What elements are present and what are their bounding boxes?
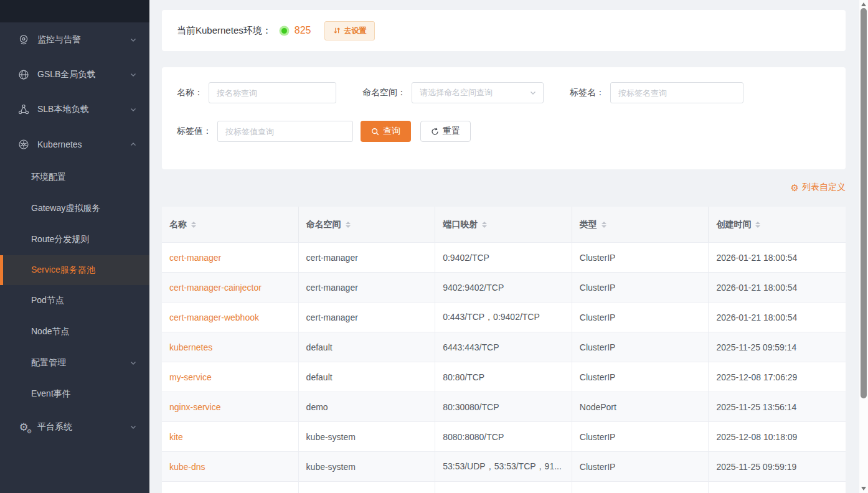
namespace-filter-field: 命名空间： 请选择命名空间查询 — [362, 82, 544, 103]
type-cell: ClusterIP — [572, 273, 709, 302]
chevron-down-icon — [130, 423, 137, 431]
namespace-select[interactable]: 请选择命名空间查询 — [412, 82, 544, 103]
service-name-link[interactable]: nginx-service — [169, 402, 220, 412]
chevron-down-icon — [130, 106, 137, 113]
service-name-link[interactable]: kube-dns — [169, 462, 205, 472]
label-name-filter-input[interactable] — [610, 82, 743, 103]
sidebar-item-kubernetes[interactable]: Kubernetes — [0, 127, 149, 162]
sidebar-item-label: GSLB全局负载 — [37, 69, 95, 80]
filter-row-2: 标签值： 查询 — [177, 121, 831, 142]
sidebar-header — [0, 0, 149, 22]
ports-cell: 6443:443/TCP — [435, 332, 572, 362]
gear-icon: ⚙⚙ — [17, 421, 30, 433]
namespace-cell: cert-manager — [299, 303, 436, 332]
column-header-namespace[interactable]: 命名空间 — [299, 207, 436, 242]
gear-icon: ⚙ — [791, 183, 799, 192]
label-value-filter-input[interactable] — [217, 121, 353, 142]
column-header-name[interactable]: 名称 — [162, 207, 299, 242]
sidebar-item-events[interactable]: Event事件 — [0, 378, 149, 410]
sidebar-item-label: Route分发规则 — [31, 234, 89, 245]
env-banner-label: 当前Kubernetes环境： — [177, 25, 271, 37]
sort-carets-icon — [755, 222, 760, 228]
created-cell: 2026-01-21 18:00:54 — [709, 303, 846, 332]
column-header-type[interactable]: 类型 — [572, 207, 709, 242]
kubernetes-icon — [17, 138, 30, 151]
services-table: 名称 命名空间 端口映射 类型 创建时间 — [162, 207, 846, 493]
sidebar-item-label: Gateway虚拟服务 — [31, 203, 100, 214]
sidebar-item-config-management[interactable]: 配置管理 — [0, 347, 149, 378]
go-settings-button[interactable]: 去设置 — [324, 21, 375, 40]
type-cell: ClusterIP — [572, 362, 709, 392]
refresh-icon — [431, 128, 439, 136]
sidebar-item-pod-nodes[interactable]: Pod节点 — [0, 285, 149, 316]
label-value-filter-field: 标签值： — [177, 121, 353, 142]
ports-cell: 9402:9402/TCP — [435, 273, 572, 302]
namespace-cell: kube-system — [299, 452, 436, 481]
column-header-label: 端口映射 — [443, 219, 478, 230]
chevron-down-icon — [130, 36, 137, 44]
chevron-down-icon — [130, 359, 137, 367]
sidebar-item-platform-system[interactable]: ⚙⚙ 平台系统 — [0, 410, 149, 444]
sort-carets-icon — [346, 222, 351, 228]
service-name-link[interactable]: kubernetes — [169, 342, 212, 352]
swap-vertical-icon — [333, 27, 341, 34]
namespace-cell: default — [299, 362, 436, 392]
table-row: nginx-service demo 80:30080/TCP NodePort… — [162, 392, 846, 421]
search-button[interactable]: 查询 — [361, 121, 411, 142]
sort-carets-icon — [191, 222, 196, 228]
sidebar-item-monitoring-alerts[interactable]: 监控与告警 — [0, 22, 149, 57]
filter-panel: 名称： 命名空间： 请选择命名空间查询 标签名： — [162, 67, 846, 169]
created-cell: 2025-11-25 09:59:14 — [709, 332, 846, 362]
reset-button[interactable]: 重置 — [420, 121, 471, 142]
sidebar-item-label: SLB本地负载 — [37, 104, 88, 115]
table-row: cert-manager-cainjector cert-manager 940… — [162, 272, 846, 302]
name-filter-label: 名称： — [177, 87, 203, 98]
search-icon — [371, 128, 379, 136]
table-row: my-service default 80:80/TCP ClusterIP 2… — [162, 362, 846, 392]
table-header-row: 名称 命名空间 端口映射 类型 创建时间 — [162, 207, 846, 242]
namespace-cell: demo — [299, 392, 436, 421]
scrollbar-up-arrow[interactable] — [859, 1, 868, 8]
created-cell: 2025-11-25 09:59:19 — [709, 452, 846, 481]
namespace-select-placeholder: 请选择命名空间查询 — [420, 87, 493, 98]
sort-carets-icon — [482, 222, 487, 228]
column-header-ports[interactable]: 端口映射 — [435, 207, 572, 242]
service-name-link[interactable]: cert-manager-webhook — [169, 312, 259, 322]
filter-row-1: 名称： 命名空间： 请选择命名空间查询 标签名： — [177, 82, 831, 103]
list-customize-link[interactable]: ⚙ 列表自定义 — [791, 182, 846, 193]
column-header-label: 名称 — [169, 219, 187, 230]
created-cell: 2026-01-21 18:00:54 — [709, 243, 846, 272]
ports-cell: 53:53/UDP，53:53/TCP，91... — [435, 452, 572, 481]
main-content: 当前Kubernetes环境： 825 去设置 名称： — [149, 0, 859, 493]
sort-carets-icon — [601, 222, 606, 228]
sidebar-item-label: Service服务器池 — [31, 265, 95, 276]
ports-cell: 0:9402/TCP — [435, 243, 572, 272]
name-filter-input[interactable] — [209, 82, 336, 103]
sidebar-item-service-pool[interactable]: Service服务器池 — [0, 255, 149, 285]
sidebar-item-env-config[interactable]: 环境配置 — [0, 162, 149, 193]
sidebar-item-label: Node节点 — [31, 326, 69, 337]
type-cell: ClusterIP — [572, 452, 709, 481]
table-row: cert-manager cert-manager 0:9402/TCP Clu… — [162, 242, 846, 272]
table-body: cert-manager cert-manager 0:9402/TCP Clu… — [162, 242, 846, 493]
sidebar-item-route-rules[interactable]: Route分发规则 — [0, 224, 149, 255]
service-name-link[interactable]: cert-manager — [169, 253, 221, 263]
service-name-link[interactable]: my-service — [169, 372, 212, 382]
sidebar-item-label: Pod节点 — [31, 295, 64, 306]
table-row-partial — [162, 481, 846, 493]
column-header-label: 命名空间 — [306, 219, 341, 230]
namespace-cell: cert-manager — [299, 243, 436, 272]
sidebar-item-node-nodes[interactable]: Node节点 — [0, 316, 149, 347]
service-name-link[interactable]: kite — [169, 432, 183, 442]
namespace-cell: kube-system — [299, 422, 436, 451]
scrollbar-thumb[interactable] — [861, 8, 867, 398]
service-name-link[interactable]: cert-manager-cainjector — [169, 283, 262, 293]
table-row: cert-manager-webhook cert-manager 0:443/… — [162, 302, 846, 332]
column-header-label: 类型 — [580, 219, 597, 230]
sidebar-item-gslb[interactable]: GSLB全局负载 — [0, 57, 149, 92]
sidebar-item-gateway-virtual-service[interactable]: Gateway虚拟服务 — [0, 193, 149, 224]
sidebar-item-slb[interactable]: SLB本地负载 — [0, 92, 149, 127]
type-cell: ClusterIP — [572, 422, 709, 451]
column-header-created[interactable]: 创建时间 — [709, 207, 846, 242]
scrollbar-down-arrow[interactable] — [859, 485, 868, 492]
